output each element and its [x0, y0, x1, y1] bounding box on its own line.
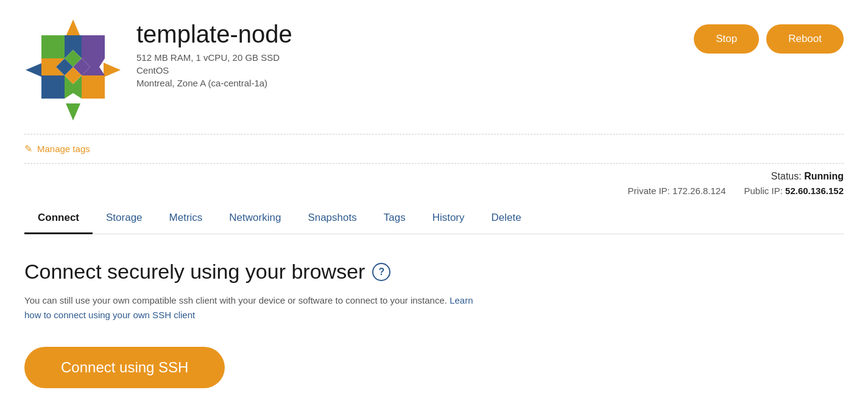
status-line: Status: Running: [771, 171, 844, 182]
manage-tags-section: ✎ Manage tags: [24, 134, 844, 164]
tab-connect[interactable]: Connect: [24, 203, 93, 234]
tab-metrics[interactable]: Metrics: [156, 203, 216, 234]
header-right: Stop Reboot: [694, 18, 844, 54]
instance-os: CentOS: [136, 65, 292, 75]
tabs-container: Connect Storage Metrics Networking Snaps…: [24, 203, 844, 234]
header-buttons: Stop Reboot: [694, 24, 844, 54]
private-ip-label: Private IP:: [628, 186, 670, 196]
instance-info: template-node 512 MB RAM, 1 vCPU, 20 GB …: [136, 18, 292, 88]
tab-snapshots[interactable]: Snapshots: [294, 203, 370, 234]
svg-marker-1: [66, 103, 80, 120]
connect-ssh-button[interactable]: Connect using SSH: [24, 347, 225, 388]
connect-content: Connect securely using your browser ? Yo…: [24, 254, 844, 394]
ip-line: Private IP: 172.26.8.124 Public IP: 52.6…: [628, 186, 844, 196]
tab-networking[interactable]: Networking: [216, 203, 294, 234]
tab-tags[interactable]: Tags: [370, 203, 419, 234]
connect-description: You can still use your own compatible ss…: [24, 293, 487, 322]
header-left: template-node 512 MB RAM, 1 vCPU, 20 GB …: [24, 18, 292, 122]
reboot-button[interactable]: Reboot: [766, 24, 844, 54]
svg-marker-3: [104, 63, 121, 77]
tab-delete[interactable]: Delete: [478, 203, 535, 234]
svg-rect-4: [41, 35, 65, 58]
svg-marker-0: [66, 19, 80, 37]
tab-storage[interactable]: Storage: [93, 203, 156, 234]
private-ip-section: Private IP: 172.26.8.124: [628, 186, 726, 196]
lightsail-logo: [24, 18, 122, 122]
public-ip-section: Public IP: 52.60.136.152: [744, 186, 844, 196]
status-value: Running: [804, 171, 844, 181]
connect-title-text: Connect securely using your browser: [24, 260, 365, 284]
connect-description-part1: You can still use your own compatible ss…: [24, 295, 447, 305]
svg-marker-6: [41, 75, 65, 99]
stop-button[interactable]: Stop: [694, 24, 759, 54]
public-ip-label: Public IP:: [744, 186, 783, 196]
help-icon[interactable]: ?: [372, 263, 390, 281]
private-ip-value: 172.26.8.124: [672, 186, 726, 196]
tab-history[interactable]: History: [419, 203, 478, 234]
manage-tags-label: Manage tags: [37, 144, 90, 154]
instance-specs: 512 MB RAM, 1 vCPU, 20 GB SSD: [136, 52, 292, 63]
header: template-node 512 MB RAM, 1 vCPU, 20 GB …: [24, 18, 844, 134]
svg-marker-7: [82, 75, 105, 99]
tag-edit-icon: ✎: [24, 143, 32, 155]
instance-name: template-node: [136, 21, 292, 47]
svg-marker-2: [26, 63, 43, 77]
connect-title: Connect securely using your browser ?: [24, 260, 844, 284]
public-ip-value: 52.60.136.152: [785, 186, 844, 196]
svg-marker-5: [82, 35, 105, 58]
status-section: Status: Running Private IP: 172.26.8.124…: [24, 164, 844, 203]
instance-location: Montreal, Zone A (ca-central-1a): [136, 78, 292, 88]
manage-tags-link[interactable]: ✎ Manage tags: [24, 143, 90, 155]
status-label: Status:: [771, 171, 802, 181]
